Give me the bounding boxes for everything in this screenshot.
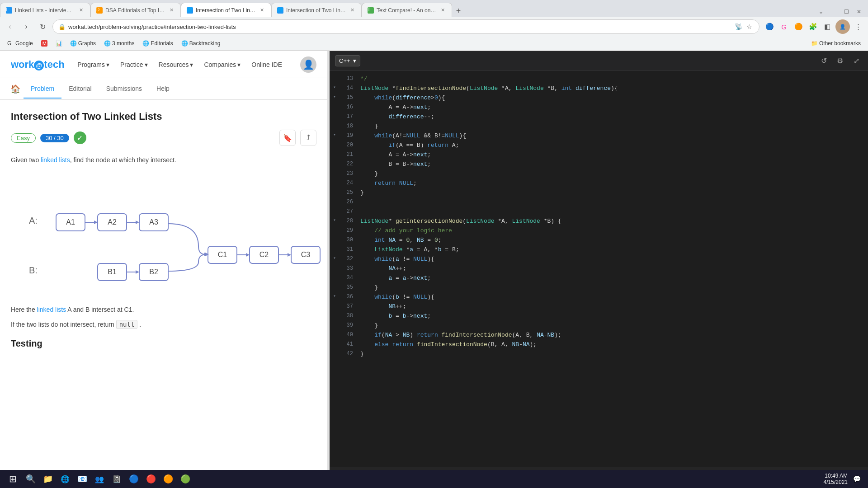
site-logo[interactable]: work@tech: [11, 59, 65, 70]
nav-programs-label: Programs: [77, 61, 105, 68]
tab-4[interactable]: 🌐 Intersection of Two Linked Lists 8... …: [271, 3, 362, 17]
taskbar-mail[interactable]: 📧: [74, 471, 90, 487]
tab-4-close[interactable]: ✕: [349, 7, 356, 14]
tab-editorial[interactable]: Editorial: [61, 80, 99, 99]
language-label: C++: [339, 57, 350, 64]
code-line-15: ▾ 15 while(difference>0){: [330, 94, 868, 103]
chart-favicon: 📊: [56, 40, 62, 47]
bookmark-m[interactable]: M: [38, 39, 51, 47]
code-line-35: 35 }: [330, 283, 868, 293]
code-line-31: 31 ListNode *a = A, *b = B;: [330, 245, 868, 255]
maximize-button[interactable]: ☐: [841, 6, 852, 17]
close-window-button[interactable]: ✕: [854, 6, 864, 17]
linked-list-link-2[interactable]: linked lists: [37, 306, 66, 313]
tab-4-favicon: 🌐: [277, 7, 283, 14]
expand-icon[interactable]: ⤢: [850, 55, 863, 67]
taskbar-app1[interactable]: 🔵: [126, 471, 142, 487]
nav-resources[interactable]: Resources ▾: [159, 61, 193, 68]
taskbar-app4[interactable]: 🟢: [177, 471, 193, 487]
taskbar-explorer[interactable]: 📁: [40, 471, 56, 487]
minimize-button[interactable]: —: [828, 6, 839, 17]
tab-submissions[interactable]: Submissions: [99, 80, 149, 99]
share-icon[interactable]: ⤴: [300, 130, 316, 146]
cast-icon[interactable]: 📡: [734, 22, 743, 31]
home-button[interactable]: 🏠: [7, 81, 24, 97]
language-selector[interactable]: C++ ▾: [335, 55, 360, 66]
bookmark-google[interactable]: G Google: [4, 39, 37, 47]
linked-list-diagram: A: A1 A2 A3: [20, 183, 327, 287]
bookmark-backtracking[interactable]: 🌐 Backtracking: [178, 39, 224, 47]
code-area[interactable]: 13 */ ▾ 14 ListNode *findIntersectionNod…: [330, 71, 868, 467]
3months-favicon: 🌐: [104, 40, 110, 47]
tab-3-close[interactable]: ✕: [258, 7, 265, 14]
score-badge: 30 / 30: [40, 134, 69, 142]
intersect-note: Here the linked lists A and B intersect …: [11, 305, 316, 314]
grammarly-icon[interactable]: G: [778, 20, 790, 33]
main-content: work@tech Programs ▾ Practice ▾ Resource…: [0, 51, 868, 488]
taskbar-search[interactable]: 🔍: [23, 471, 39, 487]
bookmark-graphs[interactable]: 🌐 Graphs: [66, 39, 99, 47]
address-bar[interactable]: 🔒 workat.tech/problem-solving/practice/i…: [52, 19, 760, 34]
new-tab-button[interactable]: +: [452, 5, 465, 17]
profile-extension-icon[interactable]: 🔵: [763, 20, 776, 33]
taskbar-app3[interactable]: 🟠: [160, 471, 176, 487]
notification-icon[interactable]: 💬: [853, 475, 861, 483]
start-button[interactable]: ⊞: [4, 470, 22, 488]
taskbar-app2[interactable]: 🔴: [143, 471, 159, 487]
tab-3[interactable]: 🌐 Intersection of Two Linked Lists ... ✕: [181, 3, 271, 17]
badges-row: Easy 30 / 30 ✓ 🔖 ⤴: [11, 130, 316, 146]
nav-online-ide-label: Online IDE: [251, 61, 282, 68]
settings-editor-icon[interactable]: ⚙: [834, 55, 846, 67]
m-favicon: M: [41, 40, 47, 47]
bookmark-icon[interactable]: 🔖: [279, 130, 296, 146]
bookmark-graphs-label: Graphs: [78, 40, 96, 47]
svg-text:A:: A:: [29, 216, 38, 225]
tab-4-title: Intersection of Two Linked Lists 8...: [286, 7, 346, 14]
taskbar-chrome[interactable]: 🌐: [57, 471, 73, 487]
svg-text:A1: A1: [66, 218, 75, 226]
nav-practice[interactable]: Practice ▾: [120, 61, 148, 68]
taskbar-onenote[interactable]: 📓: [108, 471, 125, 487]
star-icon[interactable]: ☆: [745, 22, 754, 31]
null-code: null: [116, 320, 138, 329]
nav-companies-label: Companies: [204, 61, 236, 68]
extensions-icon[interactable]: 🧩: [807, 20, 819, 33]
tab-5-favicon: T: [368, 7, 374, 14]
tab-problem[interactable]: Problem: [24, 80, 61, 99]
bookmark-chart[interactable]: 📊: [52, 39, 66, 47]
sidebar-icon[interactable]: ◧: [821, 20, 834, 33]
code-line-19: ▾ 19 while(A!=NULL && B!=NULL){: [330, 131, 868, 141]
companies-chevron: ▾: [237, 61, 241, 68]
extension-icon[interactable]: 🟠: [792, 20, 805, 33]
undo-icon[interactable]: ↺: [817, 55, 830, 67]
tab-1-close[interactable]: ✕: [77, 7, 85, 14]
code-line-23: 23 }: [330, 169, 868, 179]
logo-tech: tech: [44, 59, 64, 70]
tab-overflow-button[interactable]: ⌄: [816, 6, 826, 17]
other-bookmarks[interactable]: 📁 Other bookmarks: [807, 39, 864, 47]
nav-online-ide[interactable]: Online IDE: [251, 61, 282, 68]
tab-2-close[interactable]: ✕: [168, 7, 175, 14]
reload-button[interactable]: ↻: [36, 20, 49, 33]
code-line-17: 17 difference--;: [330, 113, 868, 122]
tab-2[interactable]: D DSA Editorials of Top Interview C... ✕: [90, 3, 181, 17]
tab-5[interactable]: T Text Compare! - An online diff to... ✕: [362, 3, 452, 17]
testing-section: Testing: [11, 338, 316, 349]
tab-help[interactable]: Help: [149, 80, 177, 99]
backtracking-favicon: 🌐: [181, 40, 188, 47]
user-profile-icon[interactable]: 👤: [835, 19, 850, 34]
tab-1[interactable]: L Linked Lists - Interview Question... ✕: [0, 3, 90, 17]
bookmark-3months-label: 3 months: [112, 40, 134, 47]
user-avatar[interactable]: 👤: [300, 56, 316, 73]
tab-5-close[interactable]: ✕: [439, 7, 446, 14]
nav-programs[interactable]: Programs ▾: [77, 61, 109, 68]
back-button[interactable]: ‹: [4, 20, 16, 33]
bookmark-3months[interactable]: 🌐 3 months: [100, 39, 138, 47]
nav-companies[interactable]: Companies ▾: [204, 61, 241, 68]
bookmark-editorials[interactable]: 🌐 Editorials: [139, 39, 176, 47]
taskbar-teams[interactable]: 👥: [91, 471, 108, 487]
taskbar-right: 10:49 AM 4/15/2021 💬: [824, 473, 864, 485]
settings-icon[interactable]: ⋮: [852, 20, 864, 33]
forward-button[interactable]: ›: [20, 20, 33, 33]
linked-list-link-1[interactable]: linked lists: [41, 156, 70, 164]
